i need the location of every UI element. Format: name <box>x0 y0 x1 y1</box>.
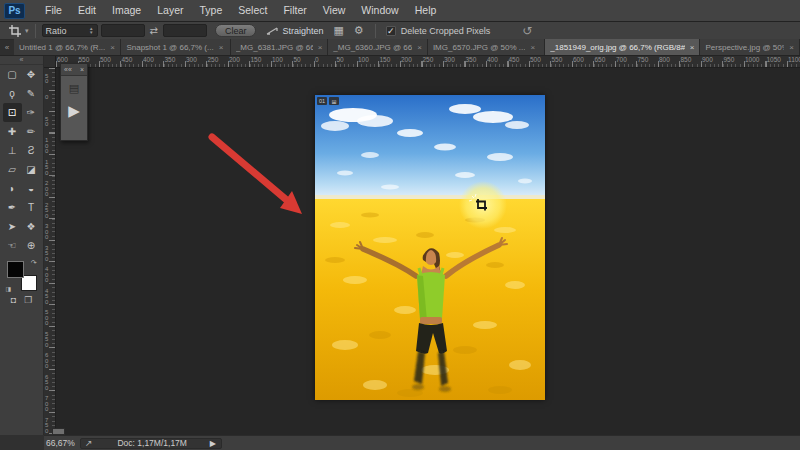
ruler-tick-label: 3 0 0 <box>45 224 48 241</box>
crop-height-field[interactable] <box>163 24 207 37</box>
ruler-tick-label: 4 0 0 <box>45 267 48 284</box>
quick-mask-icon[interactable]: ◘ <box>11 295 16 305</box>
tab-mg-6360[interactable]: _MG_6360.JPG @ 66,7... × <box>328 39 428 55</box>
zoom-level-field[interactable]: 66,67% <box>46 438 80 448</box>
clear-button[interactable]: Clear <box>215 24 257 37</box>
move-tool[interactable]: ✥ <box>22 65 41 84</box>
eraser-tool[interactable]: ▱ <box>3 160 22 179</box>
checkbox-checked-icon[interactable]: ✓ <box>386 26 396 36</box>
tab-1851949-orig-active[interactable]: _1851949_orig.jpg @ 66,7% (RGB/8#) * × <box>545 39 700 55</box>
crop-ratio-value: Ratio <box>46 26 67 36</box>
history-brush-tool[interactable]: Ƨ <box>22 141 41 160</box>
share-icon[interactable]: ↗ <box>85 438 93 448</box>
play-action-button[interactable]: ▶ <box>61 103 87 119</box>
tab-mg-6381[interactable]: _MG_6381.JPG @ 66,7... × <box>231 39 329 55</box>
eyedropper-tool[interactable]: ✑ <box>22 103 41 122</box>
toolbar-collapse-icon[interactable]: « <box>0 56 43 65</box>
menu-edit[interactable]: Edit <box>70 0 104 21</box>
actions-panel: «« × ▤ ▶ <box>60 63 88 141</box>
actions-icon: ▤ <box>61 82 87 95</box>
ruler-tick-label: 5 0 <box>45 117 48 128</box>
close-icon[interactable]: × <box>417 43 422 52</box>
ruler-tick-label: 2 0 0 <box>45 181 48 198</box>
ruler-tick-label: 300 <box>186 56 197 63</box>
overlay-grid-icon[interactable]: ▦ <box>333 24 343 37</box>
crop-width-field[interactable] <box>101 24 145 37</box>
stepper-icon[interactable]: ▲▼ <box>89 27 93 34</box>
dodge-tool[interactable]: ◒ <box>22 179 41 198</box>
photoshop-logo: Ps <box>4 3 25 19</box>
quick-selection-tool[interactable]: ✎ <box>22 84 41 103</box>
type-tool[interactable]: T <box>22 198 41 217</box>
foreground-color-swatch[interactable] <box>7 261 24 278</box>
menu-layer[interactable]: Layer <box>149 0 191 21</box>
panel-close-icon[interactable]: × <box>80 66 84 73</box>
menu-filter[interactable]: Filter <box>275 0 314 21</box>
path-selection-tool[interactable]: ➤ <box>3 217 22 236</box>
crop-settings-gear-icon[interactable]: ⚙ <box>354 24 364 37</box>
hand-tool[interactable]: ☜ <box>3 236 22 255</box>
rectangular-marquee-tool[interactable]: ▢ <box>3 65 22 84</box>
custom-shape-tool[interactable]: ❖ <box>22 217 41 236</box>
menu-type[interactable]: Type <box>191 0 230 21</box>
ruler-tick-label: 1 0 0 <box>45 138 48 155</box>
ruler-tick-label: 250 <box>423 56 434 63</box>
status-options-arrow-icon[interactable]: ▶ <box>210 439 216 448</box>
ruler-tick-label: 0 <box>315 56 319 63</box>
ruler-tick-label: 450 <box>122 56 133 63</box>
crop-ratio-select[interactable]: Ratio ▲▼ <box>42 24 98 37</box>
screen-mode-icon[interactable]: ❐ <box>24 295 32 305</box>
vertical-ruler[interactable]: 1 0 05 005 01 0 01 5 02 0 02 5 03 0 03 5… <box>44 68 56 435</box>
ruler-tick-label: 100 <box>272 56 283 63</box>
menu-view[interactable]: View <box>315 0 354 21</box>
scrollbar-nub[interactable] <box>52 428 65 435</box>
swap-colors-icon[interactable]: ↷ <box>31 259 37 267</box>
tab-img-6570[interactable]: IMG_6570.JPG @ 50% ... × <box>428 39 545 55</box>
healing-brush-tool[interactable]: ✚ <box>3 122 22 141</box>
menu-select[interactable]: Select <box>230 0 275 21</box>
tab-snapshot-1[interactable]: Snapshot 1 @ 66,7% (... × <box>121 39 230 55</box>
menu-help[interactable]: Help <box>407 0 445 21</box>
close-icon[interactable]: × <box>690 43 695 52</box>
delete-cropped-pixels-option[interactable]: ✓ Delete Cropped Pixels <box>386 26 491 36</box>
tab-perspective[interactable]: Perspective.jpg @ 50%... × <box>700 39 800 55</box>
panel-collapse-icon[interactable]: «« <box>64 66 72 73</box>
badge-grid-icon: ⊞ <box>331 99 336 105</box>
straighten-control[interactable]: Straighten <box>266 26 323 36</box>
crop-tool-icon[interactable] <box>7 24 23 37</box>
canvas-area[interactable]: 01 ⊞ <box>56 68 800 435</box>
close-icon[interactable]: × <box>789 43 794 52</box>
swap-dimensions-icon[interactable]: ⇄ <box>150 25 158 36</box>
default-colors-icon[interactable]: ◨ <box>6 285 12 292</box>
close-icon[interactable]: × <box>110 43 115 52</box>
brush-tool[interactable]: ✏ <box>22 122 41 141</box>
menu-window[interactable]: Window <box>353 0 406 21</box>
close-icon[interactable]: × <box>219 43 224 52</box>
menu-image[interactable]: Image <box>104 0 149 21</box>
tab-untitled-1[interactable]: Untitled 1 @ 66,7% (R... × <box>14 39 121 55</box>
menu-file[interactable]: File <box>37 0 70 21</box>
gradient-tool[interactable]: ◪ <box>22 160 41 179</box>
photoshop-window: Ps File Edit Image Layer Type Select Fil… <box>0 0 800 450</box>
close-icon[interactable]: × <box>318 43 323 52</box>
ruler-tick-label: 900 <box>702 56 713 63</box>
crop-tool-selected[interactable]: ⊡ <box>3 103 22 122</box>
zoom-tool[interactable]: ⊕ <box>22 236 41 255</box>
menu-bar: Ps File Edit Image Layer Type Select Fil… <box>0 0 800 22</box>
actions-panel-header: «« × <box>61 64 87 76</box>
ruler-tick-label: 400 <box>487 56 498 63</box>
clone-stamp-tool[interactable]: ⊥ <box>3 141 22 160</box>
tool-preset-caret-icon[interactable]: ▾ <box>25 27 29 35</box>
horizontal-ruler[interactable]: 6005505004504003503002502001501005005010… <box>56 56 800 68</box>
tabbar-collapse-icon[interactable]: « <box>0 41 14 55</box>
ruler-tick-label: 5 0 <box>45 74 48 85</box>
document-image[interactable]: 01 ⊞ <box>315 95 545 400</box>
close-icon[interactable]: × <box>530 43 535 52</box>
lasso-tool[interactable]: ϙ <box>3 84 22 103</box>
ruler-tick-label: 0 <box>45 95 48 101</box>
pen-tool[interactable]: ✒ <box>3 198 22 217</box>
reset-tool-icon[interactable]: ↺ <box>522 24 532 38</box>
ruler-tick-label: 750 <box>638 56 649 63</box>
blur-tool[interactable]: ◗ <box>3 179 22 198</box>
ruler-tick-label: 50 <box>294 56 301 63</box>
